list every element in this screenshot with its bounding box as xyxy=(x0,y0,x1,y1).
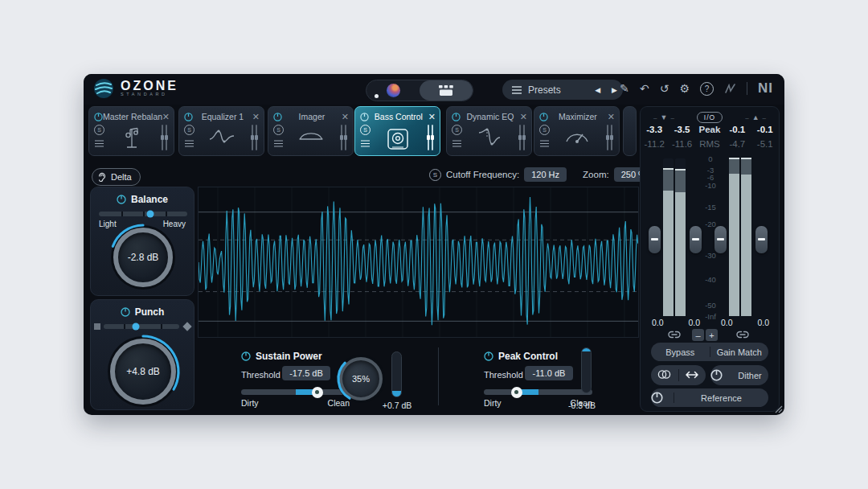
presets-selector[interactable]: Presets ◀ ▶ xyxy=(502,80,623,100)
module-drag-handle[interactable] xyxy=(341,125,346,150)
sustain-dirty-clean-slider[interactable] xyxy=(241,389,350,395)
sustain-amount-knob[interactable]: 35% xyxy=(339,357,383,401)
edit-icon[interactable]: ✎ xyxy=(620,80,629,97)
bypass-gainmatch-group: Bypass Gain Match xyxy=(651,343,768,361)
peak-dirty-label: Dirty xyxy=(484,398,502,408)
module-drag-handle[interactable] xyxy=(252,125,257,150)
module-close-icon[interactable]: ✕ xyxy=(342,112,349,122)
dither-button[interactable]: Dither xyxy=(731,371,768,380)
peak-gain-meter xyxy=(581,347,592,393)
bypass-button[interactable]: Bypass xyxy=(651,347,710,357)
sustain-threshold-value[interactable]: -17.5 dB xyxy=(282,366,330,380)
punch-panel: Punch +4.8 dB xyxy=(90,299,194,410)
meter-scale-label: -15 xyxy=(705,203,716,212)
module-drag-handle[interactable] xyxy=(428,125,433,150)
preset-prev-button[interactable]: ◀ xyxy=(589,86,606,94)
meter-bar xyxy=(741,158,751,316)
resize-grip[interactable] xyxy=(773,404,783,413)
presets-label: Presets xyxy=(528,84,589,96)
punch-knob[interactable]: +4.8 dB xyxy=(110,339,176,405)
history-icon[interactable]: ↺ xyxy=(660,80,669,97)
peak-dirty-clean-slider[interactable] xyxy=(484,389,592,395)
gain-decrement-button[interactable]: – xyxy=(692,329,704,341)
io-button[interactable]: I/O xyxy=(697,112,723,123)
header-bar: OZONE STANDARD Presets xyxy=(84,74,784,105)
sustain-meter-value: +0.7 dB xyxy=(378,401,416,410)
view-toggle[interactable] xyxy=(366,80,473,101)
reference-power-icon[interactable] xyxy=(651,392,674,404)
balance-title: Balance xyxy=(131,194,168,205)
module-power-icon[interactable] xyxy=(273,113,282,121)
toggle-dot xyxy=(375,94,379,98)
zoom-label: Zoom: xyxy=(583,170,609,179)
in-gain-l: 0.0 xyxy=(652,318,664,327)
settings-gear-icon[interactable]: ⚙ xyxy=(679,80,690,97)
module-power-icon[interactable] xyxy=(539,113,548,121)
output-link-icon[interactable] xyxy=(736,330,749,339)
header-icons: ✎ ↶ ↺ ⚙ ? NI xyxy=(620,80,773,97)
meter-collapse-right[interactable]: –▲– xyxy=(745,113,766,121)
module-tab-partial xyxy=(623,106,637,156)
meter-scale-label: -10 xyxy=(705,181,716,190)
module-close-icon[interactable]: ✕ xyxy=(162,112,170,122)
module-drag-handle[interactable] xyxy=(519,125,525,150)
peak-threshold-value[interactable]: -11.0 dB xyxy=(525,366,573,380)
balance-knob[interactable]: -2.8 dB xyxy=(113,228,173,287)
output-gain-fader[interactable] xyxy=(714,226,727,253)
width-mode-button[interactable] xyxy=(679,371,706,380)
balance-slider[interactable] xyxy=(99,212,187,216)
sustain-power-icon[interactable] xyxy=(241,351,251,361)
punch-power-icon[interactable] xyxy=(121,307,130,317)
meter-scale-label: -Inf xyxy=(705,312,716,321)
module-power-icon[interactable] xyxy=(184,113,193,121)
punch-value: +4.8 dB xyxy=(126,366,160,377)
module-tab-imager[interactable]: Imager ✕ S xyxy=(268,106,354,156)
module-close-icon[interactable]: ✕ xyxy=(252,112,260,122)
meter-scale-label: 0 xyxy=(708,154,712,163)
cutoff-value[interactable]: 120 Hz xyxy=(524,167,567,182)
module-chain: Master Rebalance ✕ S Equalizer 1 ✕ S Ima… xyxy=(84,106,638,158)
module-tab-dynamic-eq[interactable]: Dynamic EQ ✕ S xyxy=(446,106,532,156)
input-link-icon[interactable] xyxy=(668,330,681,339)
balance-power-icon[interactable] xyxy=(117,195,126,204)
module-tab-maximizer[interactable]: Maximizer ✕ S xyxy=(534,106,620,156)
meter-scale-label: -20 xyxy=(705,219,716,228)
input-gain-fader[interactable] xyxy=(690,226,702,253)
reference-button[interactable]: Reference xyxy=(674,393,768,403)
module-drag-handle[interactable] xyxy=(162,125,167,150)
peak-label: Peak xyxy=(696,125,723,134)
detailed-view-button[interactable] xyxy=(420,80,473,101)
cutoff-solo-icon[interactable]: S xyxy=(429,169,441,181)
peak-control-power-icon[interactable] xyxy=(484,351,493,361)
ozone-logo-icon xyxy=(93,78,114,99)
punch-slider[interactable] xyxy=(104,324,179,329)
output-gain-fader[interactable] xyxy=(755,226,768,253)
dither-power-icon[interactable] xyxy=(710,369,731,381)
help-icon[interactable]: ? xyxy=(700,82,714,96)
stereo-mode-button[interactable] xyxy=(651,369,678,381)
module-close-icon[interactable]: ✕ xyxy=(608,112,615,122)
out-gain-l: 0.0 xyxy=(721,318,733,327)
in-peak-l: -3.3 xyxy=(641,125,668,134)
module-tab-master-rebalance[interactable]: Master Rebalance ✕ S xyxy=(88,106,174,156)
module-close-icon[interactable]: ✕ xyxy=(520,112,527,122)
peak-threshold-label: Threshold xyxy=(484,370,523,380)
module-drag-handle[interactable] xyxy=(607,125,612,150)
module-close-icon[interactable]: ✕ xyxy=(428,112,436,122)
assistant-view-button[interactable] xyxy=(366,80,420,101)
meter-collapse-left[interactable]: –▼– xyxy=(653,113,674,121)
meter-scale-label: -6 xyxy=(707,172,714,181)
delta-button[interactable]: Delta xyxy=(92,168,141,186)
gain-increment-button[interactable]: + xyxy=(706,329,718,341)
module-tab-equalizer-1[interactable]: Equalizer 1 ✕ S xyxy=(178,106,264,156)
module-tab-bass-control[interactable]: Bass Control ✕ S xyxy=(354,106,440,156)
module-power-icon[interactable] xyxy=(360,113,369,121)
delta-label: Delta xyxy=(111,172,132,182)
waveform-display[interactable] xyxy=(198,187,639,338)
gain-match-button[interactable]: Gain Match xyxy=(710,347,769,357)
input-gain-fader[interactable] xyxy=(649,226,661,253)
undo-icon[interactable]: ↶ xyxy=(640,80,649,97)
module-power-icon[interactable] xyxy=(452,113,461,121)
module-tab-label: Imager xyxy=(282,112,342,121)
module-power-icon[interactable] xyxy=(94,113,103,121)
